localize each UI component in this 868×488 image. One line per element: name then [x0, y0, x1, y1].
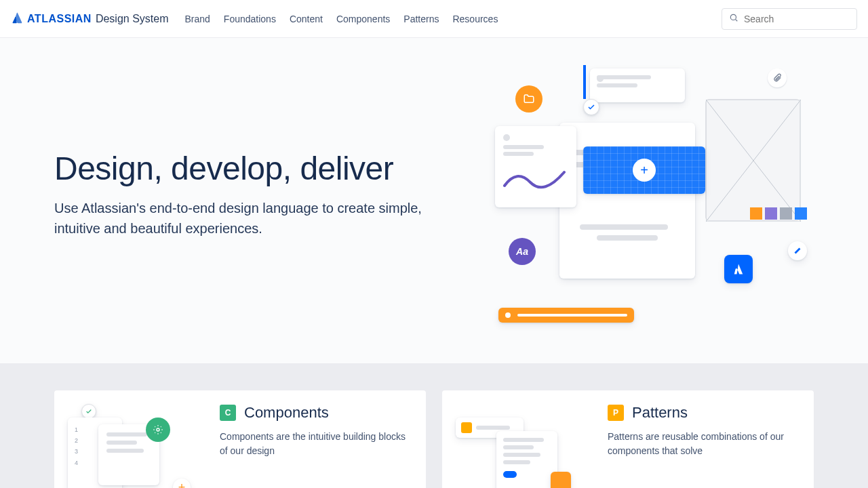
hero-illustration: + Aa	[488, 65, 814, 323]
card-components-illustration: 1234 +	[68, 404, 203, 488]
search-input[interactable]	[744, 14, 850, 24]
nav-resources[interactable]: Resources	[452, 14, 498, 24]
card-desc: Patterns are reusable combinations of ou…	[608, 430, 800, 458]
card-title: Components	[244, 404, 329, 422]
typography-icon: Aa	[509, 238, 536, 265]
card-patterns[interactable]: P Patterns Patterns are reusable combina…	[442, 390, 814, 488]
atlassian-tile-icon	[724, 255, 753, 283]
folder-icon	[515, 85, 542, 113]
svg-point-0	[730, 14, 736, 20]
logo-brand-text: ATLASSIAN	[27, 13, 92, 25]
search-icon	[729, 13, 738, 25]
nav-components[interactable]: Components	[336, 14, 390, 24]
card-desc: Components are the intuitive building bl…	[220, 430, 412, 458]
logo-suffix-text: Design System	[96, 13, 169, 25]
cards-section: 1234 + C Components Components are the i…	[0, 363, 868, 488]
svg-point-5	[157, 428, 159, 431]
card-components[interactable]: 1234 + C Components Components are the i…	[54, 390, 426, 488]
nav-content[interactable]: Content	[290, 14, 323, 24]
card-title: Patterns	[632, 404, 688, 422]
components-badge: C	[220, 405, 236, 421]
atlassian-logo-icon	[11, 11, 24, 27]
logo[interactable]: ATLASSIAN Design System	[11, 11, 168, 27]
nav-patterns[interactable]: Patterns	[403, 14, 439, 24]
hero-title: Design, develop, deliver	[54, 150, 434, 187]
patterns-badge: P	[608, 405, 624, 421]
svg-line-1	[736, 19, 738, 21]
card-patterns-illustration	[456, 404, 591, 488]
search-box[interactable]	[722, 8, 857, 30]
hero-section: Design, develop, deliver Use Atlassian's…	[0, 38, 868, 363]
header: ATLASSIAN Design System Brand Foundation…	[0, 0, 868, 38]
main-nav: Brand Foundations Content Components Pat…	[184, 14, 498, 24]
hero-subtitle: Use Atlassian's end-to-end design langua…	[54, 198, 434, 239]
nav-foundations[interactable]: Foundations	[224, 14, 276, 24]
nav-brand[interactable]: Brand	[184, 14, 210, 24]
hero-text: Design, develop, deliver Use Atlassian's…	[54, 150, 434, 239]
